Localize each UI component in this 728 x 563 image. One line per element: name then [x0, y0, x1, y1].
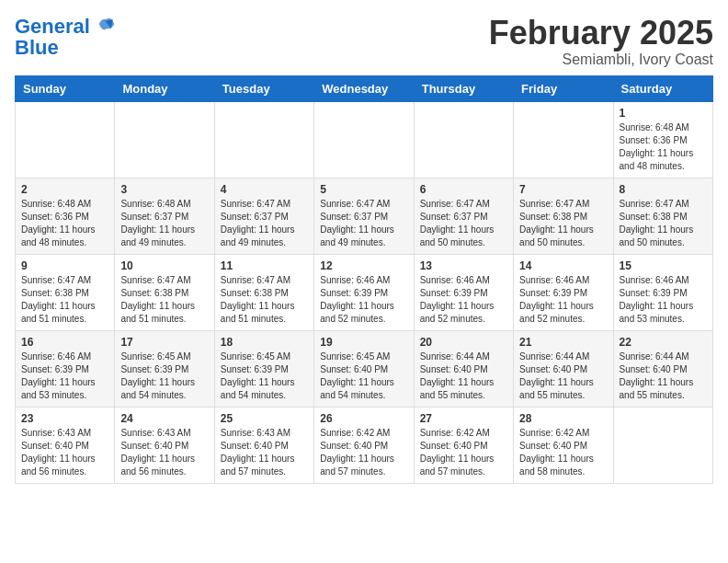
day-info: Sunrise: 6:46 AM Sunset: 6:39 PM Dayligh… — [21, 350, 108, 402]
day-info: Sunrise: 6:43 AM Sunset: 6:40 PM Dayligh… — [120, 427, 208, 478]
day-info: Sunrise: 6:46 AM Sunset: 6:39 PM Dayligh… — [420, 274, 507, 326]
day-number: 5 — [320, 183, 407, 196]
calendar-week-5: 23Sunrise: 6:43 AM Sunset: 6:40 PM Dayli… — [16, 407, 713, 483]
logo-blue: Blue — [15, 38, 116, 58]
calendar-cell: 13Sunrise: 6:46 AM Sunset: 6:39 PM Dayli… — [414, 254, 513, 330]
day-number: 6 — [420, 183, 507, 196]
day-info: Sunrise: 6:43 AM Sunset: 6:40 PM Dayligh… — [21, 427, 108, 478]
day-number: 10 — [120, 259, 208, 272]
calendar-cell: 20Sunrise: 6:44 AM Sunset: 6:40 PM Dayli… — [414, 330, 513, 407]
day-info: Sunrise: 6:44 AM Sunset: 6:40 PM Dayligh… — [620, 350, 707, 402]
day-number: 15 — [620, 259, 707, 272]
calendar-cell: 18Sunrise: 6:45 AM Sunset: 6:39 PM Dayli… — [214, 330, 313, 407]
day-info: Sunrise: 6:46 AM Sunset: 6:39 PM Dayligh… — [320, 274, 407, 326]
weekday-sunday: Sunday — [16, 75, 115, 101]
day-info: Sunrise: 6:45 AM Sunset: 6:39 PM Dayligh… — [120, 350, 208, 402]
calendar-cell: 10Sunrise: 6:47 AM Sunset: 6:38 PM Dayli… — [115, 254, 214, 330]
logo: General Blue — [15, 15, 116, 58]
day-number: 3 — [120, 183, 208, 196]
day-number: 27 — [420, 412, 507, 425]
day-number: 19 — [320, 336, 407, 349]
day-number: 17 — [120, 336, 208, 349]
calendar-cell — [115, 101, 214, 178]
calendar-cell — [514, 101, 613, 178]
calendar-week-3: 9Sunrise: 6:47 AM Sunset: 6:38 PM Daylig… — [16, 254, 713, 330]
day-info: Sunrise: 6:45 AM Sunset: 6:39 PM Dayligh… — [221, 350, 308, 402]
day-number: 4 — [221, 183, 308, 196]
calendar-cell: 25Sunrise: 6:43 AM Sunset: 6:40 PM Dayli… — [214, 407, 313, 483]
day-number: 11 — [221, 259, 308, 272]
day-number: 26 — [320, 412, 407, 425]
day-info: Sunrise: 6:45 AM Sunset: 6:40 PM Dayligh… — [320, 350, 407, 402]
day-number: 25 — [221, 412, 308, 425]
day-info: Sunrise: 6:43 AM Sunset: 6:40 PM Dayligh… — [221, 427, 308, 478]
day-number: 23 — [21, 412, 108, 425]
calendar-cell: 2Sunrise: 6:48 AM Sunset: 6:36 PM Daylig… — [16, 178, 115, 254]
calendar-cell: 7Sunrise: 6:47 AM Sunset: 6:38 PM Daylig… — [514, 178, 613, 254]
calendar-cell: 14Sunrise: 6:46 AM Sunset: 6:39 PM Dayli… — [514, 254, 613, 330]
day-info: Sunrise: 6:47 AM Sunset: 6:38 PM Dayligh… — [620, 198, 707, 249]
calendar-cell: 6Sunrise: 6:47 AM Sunset: 6:37 PM Daylig… — [414, 178, 513, 254]
calendar-cell: 8Sunrise: 6:47 AM Sunset: 6:38 PM Daylig… — [613, 178, 712, 254]
calendar-cell: 24Sunrise: 6:43 AM Sunset: 6:40 PM Dayli… — [115, 407, 214, 483]
day-number: 24 — [120, 412, 208, 425]
day-number: 9 — [21, 259, 108, 272]
day-number: 13 — [420, 259, 507, 272]
weekday-header-row: SundayMondayTuesdayWednesdayThursdayFrid… — [16, 75, 713, 101]
day-info: Sunrise: 6:46 AM Sunset: 6:39 PM Dayligh… — [519, 274, 607, 326]
calendar-cell: 12Sunrise: 6:46 AM Sunset: 6:39 PM Dayli… — [314, 254, 414, 330]
calendar-cell — [314, 101, 414, 178]
day-info: Sunrise: 6:48 AM Sunset: 6:36 PM Dayligh… — [620, 121, 707, 173]
day-number: 12 — [320, 259, 407, 272]
day-number: 28 — [519, 412, 607, 425]
day-info: Sunrise: 6:42 AM Sunset: 6:40 PM Dayligh… — [320, 427, 407, 478]
day-info: Sunrise: 6:47 AM Sunset: 6:37 PM Dayligh… — [320, 198, 407, 249]
calendar-cell: 21Sunrise: 6:44 AM Sunset: 6:40 PM Dayli… — [514, 330, 613, 407]
logo-icon — [97, 15, 116, 33]
month-title: February 2025 — [489, 15, 713, 52]
day-info: Sunrise: 6:44 AM Sunset: 6:40 PM Dayligh… — [519, 350, 607, 402]
calendar-cell: 4Sunrise: 6:47 AM Sunset: 6:37 PM Daylig… — [214, 178, 313, 254]
day-info: Sunrise: 6:48 AM Sunset: 6:36 PM Dayligh… — [21, 198, 108, 249]
day-number: 7 — [519, 183, 607, 196]
day-info: Sunrise: 6:44 AM Sunset: 6:40 PM Dayligh… — [420, 350, 507, 402]
day-info: Sunrise: 6:47 AM Sunset: 6:38 PM Dayligh… — [221, 274, 308, 326]
weekday-monday: Monday — [115, 75, 214, 101]
day-info: Sunrise: 6:42 AM Sunset: 6:40 PM Dayligh… — [420, 427, 507, 478]
calendar-week-4: 16Sunrise: 6:46 AM Sunset: 6:39 PM Dayli… — [16, 330, 713, 407]
day-info: Sunrise: 6:47 AM Sunset: 6:37 PM Dayligh… — [221, 198, 308, 249]
weekday-thursday: Thursday — [414, 75, 513, 101]
calendar-week-1: 1Sunrise: 6:48 AM Sunset: 6:36 PM Daylig… — [16, 101, 713, 178]
calendar-body: 1Sunrise: 6:48 AM Sunset: 6:36 PM Daylig… — [16, 101, 713, 483]
day-info: Sunrise: 6:48 AM Sunset: 6:37 PM Dayligh… — [120, 198, 208, 249]
day-number: 1 — [620, 107, 707, 120]
calendar-cell: 27Sunrise: 6:42 AM Sunset: 6:40 PM Dayli… — [414, 407, 513, 483]
calendar-cell: 9Sunrise: 6:47 AM Sunset: 6:38 PM Daylig… — [16, 254, 115, 330]
calendar-cell: 11Sunrise: 6:47 AM Sunset: 6:38 PM Dayli… — [214, 254, 313, 330]
day-info: Sunrise: 6:47 AM Sunset: 6:37 PM Dayligh… — [420, 198, 507, 249]
day-number: 22 — [620, 336, 707, 349]
day-number: 8 — [620, 183, 707, 196]
calendar-cell: 26Sunrise: 6:42 AM Sunset: 6:40 PM Dayli… — [314, 407, 414, 483]
calendar-cell: 22Sunrise: 6:44 AM Sunset: 6:40 PM Dayli… — [613, 330, 712, 407]
title-block: February 2025 Semiambli, Ivory Coast — [489, 15, 713, 68]
calendar-cell — [613, 407, 712, 483]
day-number: 18 — [221, 336, 308, 349]
day-info: Sunrise: 6:42 AM Sunset: 6:40 PM Dayligh… — [519, 427, 607, 478]
day-number: 14 — [519, 259, 607, 272]
calendar-cell: 15Sunrise: 6:46 AM Sunset: 6:39 PM Dayli… — [613, 254, 712, 330]
calendar-cell: 3Sunrise: 6:48 AM Sunset: 6:37 PM Daylig… — [115, 178, 214, 254]
day-number: 2 — [21, 183, 108, 196]
calendar-cell — [214, 101, 313, 178]
calendar-cell: 17Sunrise: 6:45 AM Sunset: 6:39 PM Dayli… — [115, 330, 214, 407]
page-header: General Blue February 2025 Semiambli, Iv… — [15, 15, 713, 68]
weekday-friday: Friday — [514, 75, 613, 101]
day-number: 16 — [21, 336, 108, 349]
day-info: Sunrise: 6:47 AM Sunset: 6:38 PM Dayligh… — [519, 198, 607, 249]
weekday-wednesday: Wednesday — [314, 75, 414, 101]
location-title: Semiambli, Ivory Coast — [489, 52, 713, 68]
weekday-saturday: Saturday — [613, 75, 712, 101]
day-info: Sunrise: 6:47 AM Sunset: 6:38 PM Dayligh… — [21, 274, 108, 326]
calendar-cell: 1Sunrise: 6:48 AM Sunset: 6:36 PM Daylig… — [613, 101, 712, 178]
calendar-cell: 19Sunrise: 6:45 AM Sunset: 6:40 PM Dayli… — [314, 330, 414, 407]
